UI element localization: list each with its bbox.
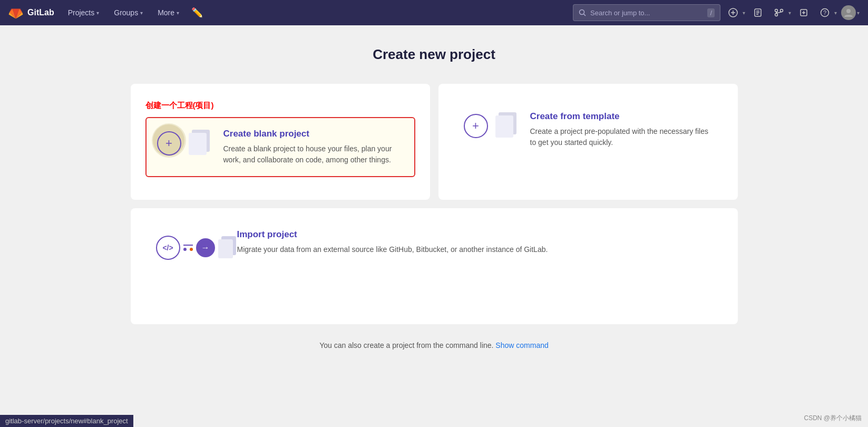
watermark: CSDN @养个小橘猫 bbox=[804, 414, 862, 423]
import-desc: Migrate your data from an external sourc… bbox=[237, 244, 713, 255]
template-option-group: + Create from template Create a project … bbox=[453, 101, 723, 159]
import-illustration: </> → bbox=[156, 229, 225, 266]
import-file-front bbox=[218, 239, 233, 258]
arrow-dot-purple bbox=[183, 248, 187, 251]
create-new-group[interactable]: ▾ bbox=[725, 4, 745, 21]
snippets-btn[interactable] bbox=[749, 4, 766, 21]
search-icon bbox=[579, 9, 586, 16]
file-stack-icon bbox=[187, 129, 213, 158]
show-command-link[interactable]: Show command bbox=[495, 341, 548, 350]
svg-point-0 bbox=[580, 10, 584, 15]
gitlab-logo-icon bbox=[8, 5, 23, 20]
create-new-chevron-icon: ▾ bbox=[743, 10, 745, 16]
template-option[interactable]: + Create from template Create a project … bbox=[453, 101, 723, 159]
page-title: Create new project bbox=[131, 46, 738, 63]
user-chevron-icon: ▾ bbox=[857, 10, 860, 16]
snippet-icon bbox=[753, 8, 763, 17]
merge-request-icon-btn[interactable] bbox=[771, 4, 787, 21]
search-placeholder-text: Search or jump to... bbox=[590, 9, 650, 17]
navbar-groups[interactable]: Groups ▾ bbox=[109, 6, 148, 19]
edit-btn[interactable] bbox=[795, 4, 812, 21]
svg-text:?: ? bbox=[823, 9, 826, 16]
navbar-more[interactable]: More ▾ bbox=[152, 6, 184, 19]
svg-point-11 bbox=[775, 14, 778, 16]
navbar: GitLab Projects ▾ Groups ▾ More ▾ ✏️ Sea… bbox=[0, 0, 868, 25]
merge-request-group[interactable]: ▾ bbox=[771, 4, 791, 21]
template-desc: Create a project pre-populated with the … bbox=[530, 126, 713, 148]
svg-line-1 bbox=[584, 14, 586, 16]
main-content: Create new project 创建一个工程(项目) + bbox=[118, 25, 750, 381]
annotation-label: 创建一个工程(项目) bbox=[145, 101, 415, 111]
template-content: Create from template Create a project pr… bbox=[530, 111, 713, 148]
svg-point-10 bbox=[781, 9, 783, 12]
plus-circle-icon bbox=[728, 8, 738, 17]
mr-chevron-icon: ▾ bbox=[788, 10, 791, 16]
blank-project-icon-wrap: + bbox=[157, 129, 213, 158]
help-icon: ? bbox=[820, 8, 830, 17]
user-avatar[interactable] bbox=[841, 5, 856, 20]
create-new-icon[interactable] bbox=[725, 4, 742, 21]
merge-request-icon bbox=[774, 8, 784, 17]
blank-project-icon-inner: + bbox=[157, 129, 213, 158]
search-shortcut-badge: / bbox=[707, 8, 715, 17]
gitlab-brand-text: GitLab bbox=[27, 8, 54, 17]
code-brackets-icon: </> bbox=[156, 236, 180, 260]
svg-point-9 bbox=[775, 9, 778, 12]
arrow-line-top bbox=[183, 245, 193, 246]
import-file-stack bbox=[218, 236, 225, 259]
blank-project-plus-circle: + bbox=[157, 131, 181, 156]
arrow-group bbox=[183, 245, 193, 251]
navbar-projects[interactable]: Projects ▾ bbox=[63, 6, 105, 19]
card-template[interactable]: + Create from template Create a project … bbox=[438, 84, 738, 200]
footer-text: You can also create a project from the c… bbox=[131, 341, 738, 350]
more-chevron-icon: ▾ bbox=[177, 10, 179, 16]
navbar-logo[interactable]: GitLab bbox=[8, 5, 54, 20]
import-content: Import project Migrate your data from an… bbox=[237, 229, 713, 255]
help-group[interactable]: ? ▾ bbox=[816, 4, 837, 21]
import-title: Import project bbox=[237, 229, 713, 240]
projects-chevron-icon: ▾ bbox=[96, 10, 99, 16]
card-options-group: + Create blank project Create a blank pr… bbox=[145, 117, 415, 177]
svg-point-18 bbox=[846, 9, 851, 13]
template-title: Create from template bbox=[530, 111, 713, 122]
status-url: gitlab-server/projects/new#blank_project bbox=[5, 417, 128, 425]
cards-top-row: 创建一个工程(项目) + bbox=[131, 84, 738, 200]
card-create-options: 创建一个工程(项目) + bbox=[131, 84, 430, 200]
search-bar[interactable]: Search or jump to... / bbox=[573, 4, 720, 21]
status-bar: gitlab-server/projects/new#blank_project bbox=[0, 415, 133, 427]
snippets-icon-btn[interactable]: ✏️ bbox=[189, 4, 206, 21]
file-page-front bbox=[189, 133, 207, 155]
import-arrow-circle: → bbox=[196, 238, 215, 257]
card-import[interactable]: </> → Import project bbox=[131, 208, 738, 324]
help-chevron-icon: ▾ bbox=[834, 10, 837, 16]
user-avatar-group[interactable]: ▾ bbox=[841, 5, 860, 20]
blank-project-desc: Create a blank project to house your fil… bbox=[223, 143, 404, 166]
arrow-bar bbox=[183, 245, 193, 246]
arrow-dot-orange bbox=[190, 248, 193, 251]
blank-project-option[interactable]: + Create blank project Create a blank pr… bbox=[145, 117, 415, 177]
avatar-icon bbox=[843, 7, 854, 18]
blank-project-title: Create blank project bbox=[223, 129, 404, 139]
help-icon-btn[interactable]: ? bbox=[816, 4, 833, 21]
template-file-stack bbox=[493, 111, 520, 140]
arrow-dots-row bbox=[183, 248, 193, 251]
footer-static-text: You can also create a project from the c… bbox=[319, 341, 493, 350]
template-icon-wrap: + bbox=[464, 111, 520, 140]
groups-chevron-icon: ▾ bbox=[140, 10, 143, 16]
template-plus-circle: + bbox=[464, 114, 488, 138]
blank-project-content: Create blank project Create a blank proj… bbox=[223, 129, 404, 166]
edit-icon bbox=[799, 8, 808, 17]
import-option[interactable]: </> → Import project bbox=[145, 219, 723, 277]
template-file-front bbox=[495, 115, 513, 138]
